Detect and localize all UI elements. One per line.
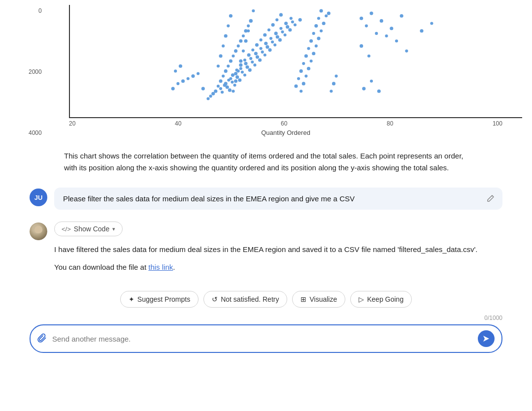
svg-point-71 bbox=[268, 48, 271, 52]
svg-point-127 bbox=[390, 27, 393, 30]
svg-point-57 bbox=[266, 45, 269, 49]
svg-point-96 bbox=[224, 34, 228, 37]
keep-going-label: Keep Going bbox=[367, 295, 403, 303]
retry-button[interactable]: ↺ Not satisfied. Retry bbox=[203, 291, 287, 308]
show-code-toggle[interactable]: </> Show Code ▾ bbox=[54, 221, 123, 236]
svg-point-64 bbox=[233, 84, 236, 87]
visualize-button[interactable]: ⊞ Visualize bbox=[292, 291, 345, 308]
svg-point-83 bbox=[312, 52, 315, 55]
svg-point-65 bbox=[238, 78, 241, 82]
svg-point-93 bbox=[217, 64, 220, 67]
svg-point-5 bbox=[227, 64, 230, 67]
svg-point-134 bbox=[370, 80, 373, 83]
svg-point-32 bbox=[290, 17, 293, 20]
svg-point-136 bbox=[171, 87, 175, 91]
svg-point-45 bbox=[271, 23, 275, 27]
y-axis-labels: 4000 2000 0 bbox=[29, 5, 42, 136]
svg-point-42 bbox=[260, 38, 263, 41]
svg-point-131 bbox=[420, 29, 423, 32]
svg-point-16 bbox=[211, 92, 215, 95]
svg-point-10 bbox=[239, 39, 242, 43]
svg-point-46 bbox=[275, 18, 278, 21]
svg-point-22 bbox=[239, 67, 242, 70]
svg-point-114 bbox=[309, 39, 313, 43]
svg-point-50 bbox=[231, 81, 233, 84]
svg-point-105 bbox=[247, 30, 250, 32]
svg-point-110 bbox=[299, 69, 303, 73]
edit-message-button[interactable] bbox=[486, 193, 496, 205]
svg-point-141 bbox=[197, 72, 200, 75]
svg-point-72 bbox=[273, 43, 276, 46]
svg-point-106 bbox=[249, 19, 253, 23]
svg-point-24 bbox=[249, 57, 252, 60]
suggest-icon: ✦ bbox=[129, 295, 134, 303]
svg-point-84 bbox=[315, 44, 318, 47]
svg-point-80 bbox=[304, 75, 307, 78]
keep-going-button[interactable]: ▷ Keep Going bbox=[350, 291, 412, 308]
svg-point-61 bbox=[286, 25, 289, 29]
svg-point-49 bbox=[226, 85, 229, 89]
svg-point-104 bbox=[244, 39, 247, 43]
retry-icon: ↺ bbox=[212, 295, 218, 303]
svg-point-92 bbox=[335, 75, 338, 78]
user-message-text: Please filter the sales data for medium … bbox=[63, 194, 355, 203]
download-link[interactable]: this link bbox=[148, 263, 173, 271]
svg-point-67 bbox=[248, 68, 252, 72]
svg-point-62 bbox=[291, 20, 294, 23]
svg-point-117 bbox=[317, 17, 320, 20]
svg-point-113 bbox=[307, 47, 310, 50]
svg-point-102 bbox=[239, 59, 242, 63]
ai-avatar bbox=[30, 222, 47, 240]
svg-point-120 bbox=[365, 25, 368, 28]
svg-point-76 bbox=[294, 24, 297, 27]
ai-response-suffix: . bbox=[173, 263, 175, 271]
svg-point-6 bbox=[229, 59, 233, 63]
scatter-svg bbox=[70, 5, 522, 117]
svg-point-97 bbox=[227, 25, 230, 28]
svg-point-21 bbox=[234, 72, 237, 75]
suggest-prompts-button[interactable]: ✦ Suggest Prompts bbox=[120, 291, 199, 308]
svg-point-47 bbox=[279, 13, 283, 17]
chevron-down-icon: ▾ bbox=[112, 226, 115, 232]
svg-point-142 bbox=[201, 87, 205, 91]
svg-point-133 bbox=[362, 87, 366, 91]
action-buttons-row: ✦ Suggest Prompts ↺ Not satisfied. Retry… bbox=[0, 291, 532, 308]
user-avatar: JU bbox=[30, 189, 47, 206]
svg-point-99 bbox=[232, 90, 234, 93]
svg-point-63 bbox=[228, 89, 232, 92]
svg-point-7 bbox=[232, 55, 234, 58]
svg-point-0 bbox=[214, 90, 217, 93]
input-container bbox=[30, 324, 502, 353]
svg-point-123 bbox=[380, 19, 383, 23]
svg-point-85 bbox=[317, 37, 320, 40]
chart-description: This chart shows the correlation between… bbox=[64, 150, 468, 174]
svg-point-107 bbox=[252, 9, 255, 12]
svg-point-58 bbox=[271, 40, 274, 43]
send-button[interactable] bbox=[478, 330, 495, 347]
svg-point-94 bbox=[219, 54, 222, 58]
svg-point-29 bbox=[274, 32, 278, 35]
svg-point-44 bbox=[267, 29, 270, 32]
svg-point-9 bbox=[237, 44, 240, 47]
svg-point-86 bbox=[320, 30, 323, 32]
svg-point-98 bbox=[229, 14, 233, 18]
svg-point-138 bbox=[181, 79, 185, 83]
message-input[interactable] bbox=[52, 335, 473, 343]
svg-point-55 bbox=[256, 55, 259, 59]
user-message-row: JU Please filter the sales data for medi… bbox=[0, 188, 532, 210]
svg-point-8 bbox=[234, 49, 237, 53]
x-label-100: 100 bbox=[493, 120, 502, 127]
svg-point-132 bbox=[430, 22, 433, 25]
retry-label: Not satisfied. Retry bbox=[221, 295, 279, 303]
svg-point-70 bbox=[264, 54, 266, 57]
svg-point-130 bbox=[405, 50, 408, 53]
attach-icon[interactable] bbox=[37, 333, 47, 345]
svg-point-11 bbox=[242, 34, 245, 37]
y-label-4000: 4000 bbox=[29, 129, 42, 136]
svg-point-103 bbox=[242, 50, 245, 53]
suggest-prompts-label: Suggest Prompts bbox=[137, 295, 190, 303]
svg-point-124 bbox=[385, 34, 388, 37]
svg-point-129 bbox=[400, 14, 403, 18]
svg-point-90 bbox=[330, 90, 332, 93]
ai-response-line1: I have filtered the sales data for mediu… bbox=[54, 243, 502, 256]
